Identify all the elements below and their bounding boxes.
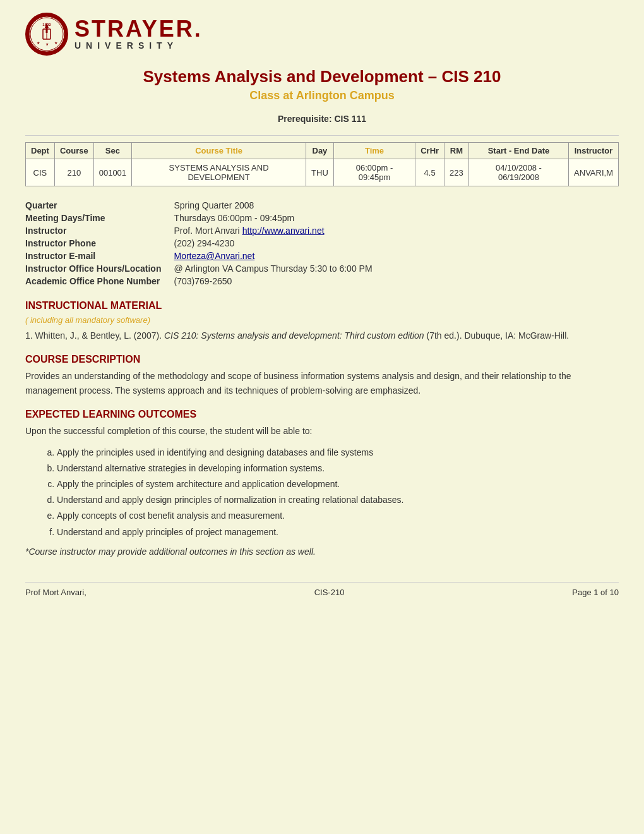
col-dept: Dept <box>26 143 55 159</box>
phone-value: (202) 294-4230 <box>174 238 619 248</box>
course-description-body: Provides an understanding of the methodo… <box>25 369 619 397</box>
col-course: Course <box>54 143 93 159</box>
course-description-heading: COURSE DESCRIPTION <box>25 354 619 365</box>
list-item: Understand and apply design principles o… <box>57 492 619 508</box>
col-day: Day <box>306 143 334 159</box>
prerequisite: Prerequisite: CIS 111 <box>25 114 619 124</box>
svg-text:★: ★ <box>54 41 57 45</box>
cell-day: THU <box>306 159 334 186</box>
instructional-body-italic: CIS 210: Systems analysis and developmen… <box>164 330 424 341</box>
col-time: Time <box>333 143 415 159</box>
logo-text-block: STRAYER. UNIVERSITY <box>75 18 203 51</box>
email-value: Morteza@Anvari.net <box>174 251 619 261</box>
col-rm: RM <box>444 143 469 159</box>
info-grid: Quarter Spring Quarter 2008 Meeting Days… <box>25 200 619 286</box>
instructional-material-subheading: ( including all mandatory software) <box>25 315 619 325</box>
instructional-material-body: 1. Whitten, J., & Bentley, L. (2007). CI… <box>25 329 619 342</box>
cell-sec: 001001 <box>93 159 131 186</box>
table-header-row: Dept Course Sec Course Title Day Time Cr… <box>26 143 619 159</box>
cell-dept: CIS <box>26 159 55 186</box>
page-footer: Prof Mort Anvari, CIS-210 Page 1 of 10 <box>25 582 619 597</box>
col-instructor: Instructor <box>569 143 619 159</box>
instructor-value: Prof. Mort Anvari http://www.anvari.net <box>174 226 619 236</box>
instructor-name-text: Prof. Mort Anvari <box>174 226 242 236</box>
outcome-list: Apply the principles used in identifying… <box>57 445 619 540</box>
col-sec: Sec <box>93 143 131 159</box>
instructional-body-before: 1. Whitten, J., & Bentley, L. (2007). <box>25 330 164 341</box>
quarter-value: Spring Quarter 2008 <box>174 200 619 210</box>
academic-phone-value: (703)769-2650 <box>174 276 619 286</box>
list-item: Apply the principles used in identifying… <box>57 445 619 461</box>
main-title: Systems Analysis and Development – CIS 2… <box>25 67 619 87</box>
course-description-section: COURSE DESCRIPTION Provides an understan… <box>25 354 619 397</box>
cell-rm: 223 <box>444 159 469 186</box>
instructional-material-section: INSTRUCTIONAL MATERIAL ( including all m… <box>25 300 619 342</box>
cell-crhr: 4.5 <box>415 159 444 186</box>
list-item: Understand alternative strategies in dev… <box>57 461 619 476</box>
svg-text:★: ★ <box>37 41 40 45</box>
table-divider <box>25 135 619 136</box>
header: 1892 ★ ★ ★ STRAYER. UNIVERSITY <box>25 13 619 56</box>
list-item: Apply concepts of cost benefit analysis … <box>57 508 619 524</box>
phone-label: Instructor Phone <box>25 238 161 248</box>
email-label: Instructor E-mail <box>25 251 161 261</box>
instructor-url-link[interactable]: http://www.anvari.net <box>242 226 325 236</box>
title-section: Systems Analysis and Development – CIS 2… <box>25 67 619 102</box>
col-course-title: Course Title <box>132 143 306 159</box>
cell-instructor: ANVARI,M <box>569 159 619 186</box>
logo-strayer-text: STRAYER. <box>75 16 203 42</box>
footer-right: Page 1 of 10 <box>572 588 619 597</box>
footer-left: Prof Mort Anvari, <box>25 588 86 597</box>
expected-outcomes-intro: Upon the successful completion of this c… <box>25 424 619 438</box>
svg-text:★: ★ <box>45 42 49 46</box>
col-dates: Start - End Date <box>468 143 568 159</box>
svg-rect-10 <box>46 28 48 33</box>
logo-university-text: UNIVERSITY <box>75 40 203 51</box>
cell-dates: 04/10/2008 - 06/19/2008 <box>468 159 568 186</box>
instructor-label: Instructor <box>25 226 161 236</box>
list-item: Understand and apply principles of proje… <box>57 524 619 540</box>
office-value: @ Arlington VA Campus Thursday 5:30 to 6… <box>174 263 619 274</box>
expected-outcomes-section: EXPECTED LEARNING OUTCOMES Upon the succ… <box>25 409 619 557</box>
quarter-label: Quarter <box>25 200 161 210</box>
footer-center: CIS-210 <box>314 588 345 597</box>
expected-outcomes-heading: EXPECTED LEARNING OUTCOMES <box>25 409 619 420</box>
cell-course: 210 <box>54 159 93 186</box>
outcomes-note: *Course instructor may provide additiona… <box>25 547 619 557</box>
cell-title: SYSTEMS ANALYSIS AND DEVELOPMENT <box>132 159 306 186</box>
logo-container: 1892 ★ ★ ★ STRAYER. UNIVERSITY <box>25 13 203 56</box>
email-link[interactable]: Morteza@Anvari.net <box>174 251 254 261</box>
table-row: CIS 210 001001 SYSTEMS ANALYSIS AND DEVE… <box>26 159 619 186</box>
university-seal-icon: 1892 ★ ★ ★ <box>25 13 68 56</box>
list-item: Apply the principles of system architect… <box>57 476 619 492</box>
academic-phone-label: Academic Office Phone Number <box>25 276 161 286</box>
instructional-body-after: (7th ed.). Dubuque, IA: McGraw-Hill. <box>424 330 569 341</box>
sub-title: Class at Arlington Campus <box>25 89 619 102</box>
meeting-label: Meeting Days/Time <box>25 213 161 223</box>
course-table: Dept Course Sec Course Title Day Time Cr… <box>25 142 619 186</box>
col-crhr: CrHr <box>415 143 444 159</box>
meeting-value: Thursdays 06:00pm - 09:45pm <box>174 213 619 223</box>
cell-time: 06:00pm - 09:45pm <box>333 159 415 186</box>
instructional-material-heading: INSTRUCTIONAL MATERIAL <box>25 300 619 311</box>
office-label: Instructor Office Hours/Location <box>25 263 161 274</box>
